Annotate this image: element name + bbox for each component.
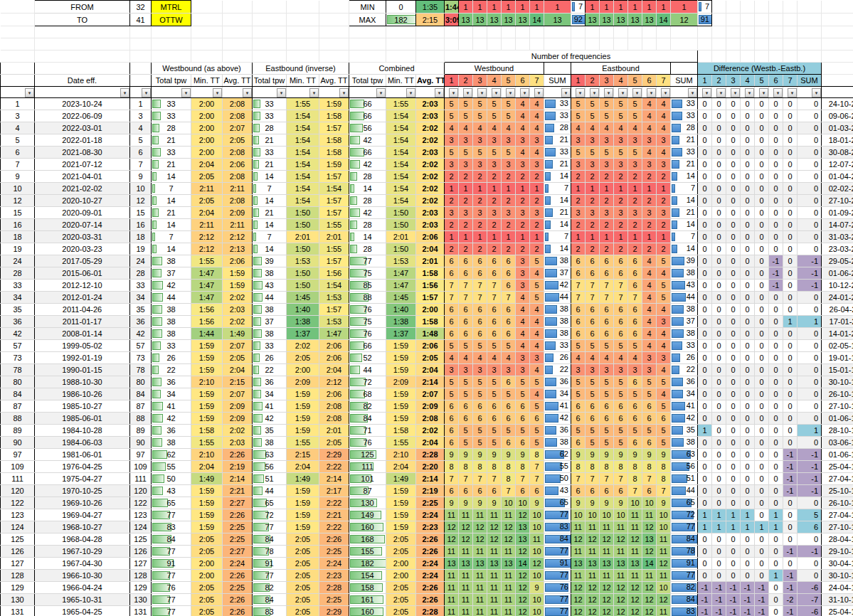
filter-dropdown-button[interactable]: ▾ (590, 88, 599, 97)
wb-sum-cell: 38 (544, 255, 571, 267)
wb-frequency-cell: 6 (487, 400, 502, 413)
wb-sum-cell: 62 (544, 449, 571, 461)
eb-frequencies-group-header: Eastbound (571, 63, 671, 75)
filter-dropdown-button[interactable]: ▾ (435, 88, 444, 97)
comb-avg-tt-cell: 2:04 (416, 437, 445, 449)
filter-cell: ▾ (586, 87, 600, 98)
diff-cell: 0 (712, 352, 726, 364)
empty-cell (35, 38, 130, 51)
filter-cell: ▾ (671, 87, 698, 98)
eb-avg-tt-cell: 1:57 (319, 255, 349, 267)
diff-cell: 0 (726, 413, 741, 425)
eb-min-tt-cell: 1:50 (287, 219, 319, 231)
filter-dropdown-button[interactable]: ▾ (731, 88, 740, 97)
eb-total-tpw-cell: 33 (253, 98, 287, 110)
eb-min-tt-cell: 1:40 (287, 304, 319, 316)
comb-min-tt-cell: 1:59 (386, 521, 416, 533)
diff-cell: 0 (741, 364, 755, 376)
diff-cell: 0 (755, 207, 769, 219)
eb-total-tpw-cell: 14 (253, 243, 287, 255)
filter-dropdown-button[interactable]: ▾ (213, 88, 222, 97)
filter-dropdown-button[interactable]: ▾ (339, 88, 349, 97)
wb-total-tpw-cell: 65 (152, 497, 191, 509)
empty-cell (698, 51, 712, 63)
eb-total-tpw-cell: 77 (253, 570, 287, 582)
diff-cell: 0 (712, 449, 726, 461)
eb-frequency-cell: 11 (600, 570, 614, 582)
eb-frequency-cell: 7 (614, 280, 628, 292)
wb-frequency-cell: 2 (487, 219, 502, 231)
filter-dropdown-button[interactable]: ▾ (745, 88, 754, 97)
filter-dropdown-button[interactable]: ▾ (618, 88, 627, 97)
eb-avg-tt-cell: 1:55 (319, 243, 349, 255)
filter-dropdown-button[interactable]: ▾ (142, 88, 151, 97)
empty-cell (755, 14, 769, 26)
filter-dropdown-button[interactable]: ▾ (120, 88, 129, 97)
blue-data-bar (672, 293, 686, 302)
diff-cell: 0 (741, 449, 755, 461)
filter-dropdown-button[interactable]: ▾ (520, 88, 529, 97)
diff-cell: 0 (769, 183, 783, 195)
filter-dropdown-button[interactable]: ▾ (181, 88, 191, 97)
filter-dropdown-button[interactable]: ▾ (449, 88, 458, 97)
filter-dropdown-button[interactable]: ▾ (243, 88, 252, 97)
diff-col-header: 3 (726, 75, 741, 87)
row-index2-cell: 124 (130, 521, 152, 533)
filter-dropdown-button[interactable]: ▾ (534, 88, 544, 97)
diff-cell: -1 (698, 594, 712, 606)
wb-avg-tt-cell: 2:08 (223, 110, 253, 122)
diff-cell: 0 (769, 485, 783, 497)
filter-dropdown-button[interactable]: ▾ (702, 88, 711, 97)
filter-dropdown-button[interactable]: ▾ (477, 88, 487, 97)
diff-cell: 0 (769, 449, 783, 461)
eb-total-tpw-cell: 91 (253, 558, 287, 570)
eb-total-tpw-cell: 38 (253, 437, 287, 449)
green-data-bar (253, 341, 260, 350)
blue-data-bar (672, 341, 682, 350)
filter-cell: ▾ (152, 87, 191, 98)
filter-dropdown-button[interactable]: ▾ (716, 88, 726, 97)
filter-dropdown-button[interactable]: ▾ (561, 88, 571, 97)
wb-frequency-cell: 13 (516, 14, 530, 26)
wb-frequency-cell: 6 (487, 255, 502, 267)
filter-dropdown-button[interactable]: ▾ (788, 88, 797, 97)
filter-dropdown-button[interactable]: ▾ (463, 88, 472, 97)
blue-data-bar (545, 281, 558, 290)
filter-dropdown-button[interactable]: ▾ (688, 88, 697, 97)
eb-frequency-cell: 7 (657, 485, 671, 497)
wb-frequency-cell: 11 (487, 570, 502, 582)
wb-frequency-cell: 1 (459, 1, 473, 14)
blue-data-bar (545, 148, 556, 156)
filter-dropdown-button[interactable]: ▾ (759, 88, 768, 97)
row-index-cell: 42 (1, 328, 35, 340)
filter-dropdown-button[interactable]: ▾ (632, 88, 642, 97)
empty-cell (416, 51, 445, 63)
filter-dropdown-button[interactable]: ▾ (406, 88, 415, 97)
eb-frequency-cell: 3 (628, 207, 642, 219)
empty-cell (1, 38, 35, 51)
filter-dropdown-button[interactable]: ▾ (309, 88, 319, 97)
diff-cell: -1 (783, 582, 798, 594)
filter-dropdown-button[interactable]: ▾ (812, 88, 821, 97)
filter-dropdown-button[interactable]: ▾ (506, 88, 515, 97)
filter-dropdown-button[interactable]: ▾ (277, 88, 286, 97)
filter-dropdown-button[interactable]: ▾ (661, 88, 670, 97)
eb-frequency-cell: 5 (614, 376, 628, 388)
empty-cell (253, 14, 287, 26)
wb-frequency-cell: 9 (502, 449, 516, 461)
wb-frequency-cell: 4 (473, 122, 487, 134)
filter-dropdown-button[interactable]: ▾ (492, 88, 501, 97)
filter-dropdown-button[interactable]: ▾ (376, 88, 386, 97)
filter-dropdown-button[interactable]: ▾ (773, 88, 783, 97)
wb-frequency-cell: 10 (530, 570, 544, 582)
filter-dropdown-button[interactable]: ▾ (647, 88, 656, 97)
eb-frequency-cell: 13 (600, 14, 614, 26)
eb-frequency-cell: 6 (642, 400, 657, 413)
diff-cell: 0 (698, 570, 712, 582)
wb-frequency-cell: 6 (473, 485, 487, 497)
filter-dropdown-button[interactable]: ▾ (576, 88, 585, 97)
eb-min-tt-cell: 1:50 (287, 207, 319, 219)
filter-dropdown-button[interactable]: ▾ (25, 88, 34, 97)
filter-dropdown-button[interactable]: ▾ (604, 88, 613, 97)
wb-freq-col-header: 5 (502, 75, 516, 87)
